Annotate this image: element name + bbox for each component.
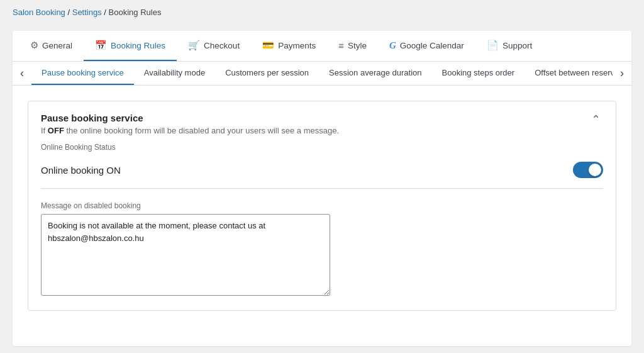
- toggle-thumb: [589, 164, 601, 176]
- toggle-label: Online booking ON: [41, 165, 121, 176]
- online-booking-status-label: Online Booking Status: [41, 143, 603, 152]
- online-booking-toggle[interactable]: [573, 162, 603, 178]
- breadcrumb: Salon Booking / Settings / Booking Rules: [0, 0, 644, 25]
- sub-nav-prev-arrow[interactable]: ‹: [13, 67, 31, 80]
- settings-panel: ⚙ General 📅 Booking Rules 🛒 Checkout 💳 P…: [13, 31, 631, 346]
- top-nav-item-checkout[interactable]: 🛒 Checkout: [177, 31, 251, 61]
- top-nav-item-support[interactable]: 📄 Support: [475, 31, 543, 61]
- top-nav-label-style: Style: [348, 41, 367, 50]
- gear-icon: ⚙: [30, 40, 38, 51]
- support-icon: 📄: [487, 40, 499, 51]
- breadcrumb-current: Booking Rules: [109, 8, 162, 17]
- top-nav-label-general: General: [42, 41, 72, 50]
- content-area: Pause booking service If OFF the online …: [13, 86, 631, 346]
- top-nav-item-booking-rules[interactable]: 📅 Booking Rules: [84, 31, 177, 61]
- card-icon: 💳: [262, 40, 274, 51]
- google-icon: G: [389, 40, 396, 51]
- disabled-message-textarea[interactable]: [41, 214, 330, 296]
- breadcrumb-sep2: /: [104, 8, 106, 17]
- sub-nav-offset-reservations[interactable]: Offset between reservations: [525, 62, 613, 85]
- style-icon: ≡: [338, 40, 344, 51]
- desc-suffix: the online booking form will be disabled…: [64, 126, 339, 135]
- desc-prefix: If: [41, 126, 48, 135]
- sub-nav-next-arrow[interactable]: ›: [613, 67, 631, 80]
- top-nav-item-payments[interactable]: 💳 Payments: [251, 31, 327, 61]
- breadcrumb-settings-link[interactable]: Settings: [72, 8, 102, 17]
- section-header-text: Pause booking service If OFF the online …: [41, 113, 339, 135]
- top-nav-label-payments: Payments: [278, 41, 316, 50]
- top-nav-label-checkout: Checkout: [204, 41, 240, 50]
- top-nav-item-style[interactable]: ≡ Style: [327, 31, 378, 61]
- sub-nav-booking-steps[interactable]: Booking steps order: [432, 62, 525, 85]
- section-header: Pause booking service If OFF the online …: [28, 101, 616, 143]
- breadcrumb-home-link[interactable]: Salon Booking: [13, 8, 65, 17]
- disabled-msg-label: Message on disabled booking: [41, 201, 603, 210]
- breadcrumb-sep1: /: [67, 8, 70, 17]
- top-nav-item-google-calendar[interactable]: G Google Calendar: [378, 31, 475, 61]
- top-nav: ⚙ General 📅 Booking Rules 🛒 Checkout 💳 P…: [13, 31, 631, 62]
- sub-nav-session-avg-duration[interactable]: Session average duration: [319, 62, 431, 85]
- calendar-icon: 📅: [95, 40, 107, 51]
- section-body: Online Booking Status Online booking ON …: [28, 143, 616, 310]
- collapse-button[interactable]: ⌃: [589, 114, 603, 125]
- sub-nav-customers-per-session[interactable]: Customers per session: [215, 62, 319, 85]
- top-nav-label-support: Support: [502, 41, 532, 50]
- sub-nav: ‹ Pause booking service Availability mod…: [13, 62, 631, 86]
- top-nav-label-booking-rules: Booking Rules: [111, 41, 165, 50]
- top-nav-item-general[interactable]: ⚙ General: [19, 31, 84, 61]
- sub-nav-pause-booking[interactable]: Pause booking service: [31, 62, 134, 85]
- section-description: If OFF the online booking form will be d…: [41, 126, 339, 135]
- section-title: Pause booking service: [41, 113, 339, 123]
- pause-booking-section: Pause booking service If OFF the online …: [28, 101, 616, 311]
- top-nav-label-google-calendar: Google Calendar: [400, 41, 464, 50]
- sub-nav-scroll: Pause booking service Availability mode …: [31, 62, 613, 85]
- cart-icon: 🛒: [188, 40, 200, 51]
- sub-nav-availability[interactable]: Availability mode: [134, 62, 215, 85]
- toggle-row: Online booking ON: [41, 155, 603, 189]
- disabled-message-field: Message on disabled booking: [41, 201, 603, 298]
- desc-off-keyword: OFF: [48, 126, 64, 135]
